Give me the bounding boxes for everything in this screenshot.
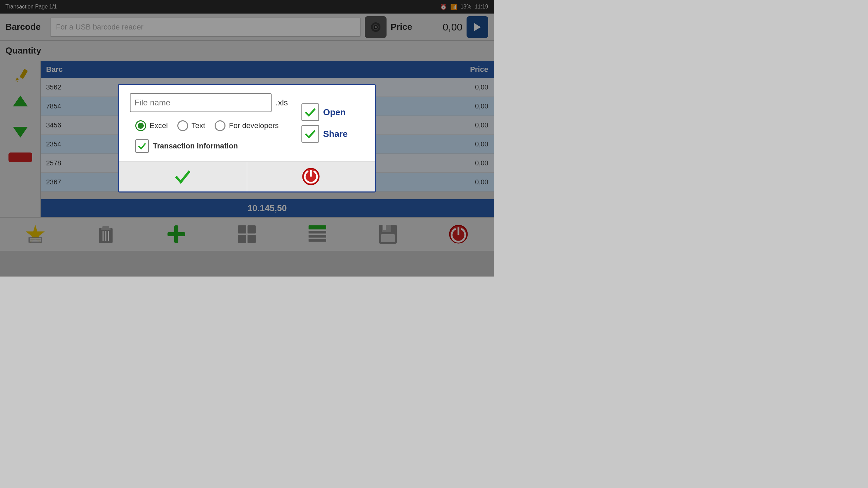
radio-dev-label: For developers [229, 121, 279, 130]
transaction-info-checkbox[interactable] [135, 139, 149, 153]
modal-cancel-button[interactable] [247, 162, 375, 191]
radio-excel-label: Excel [150, 121, 168, 130]
file-ext: .xls [276, 98, 296, 107]
radio-text-label: Text [192, 121, 205, 130]
radio-row: Excel Text For developers [130, 120, 296, 131]
radio-developers[interactable]: For developers [215, 120, 279, 131]
export-modal: .xls Excel Text [118, 84, 376, 192]
modal-inner: .xls Excel Text [130, 93, 364, 153]
modal-right: Open Share [296, 93, 364, 153]
checkmark-icon [137, 141, 147, 151]
confirm-checkmark-icon [173, 167, 192, 186]
modal-confirm-button[interactable] [119, 162, 247, 191]
modal-body: .xls Excel Text [119, 85, 375, 161]
radio-excel[interactable]: Excel [135, 120, 168, 131]
share-button[interactable]: Share [301, 125, 358, 143]
share-checkmark-icon [304, 128, 316, 140]
file-name-row: .xls [130, 93, 296, 112]
transaction-info-label: Transaction information [153, 142, 238, 150]
open-checkmark-icon [304, 106, 316, 118]
modal-footer [119, 161, 375, 191]
radio-text-circle [177, 120, 188, 131]
share-checkbox [301, 125, 319, 143]
modal-power-icon [301, 167, 320, 186]
open-label: Open [323, 107, 346, 118]
file-name-input[interactable] [130, 93, 272, 112]
radio-dot [138, 123, 144, 129]
radio-dev-circle [215, 120, 225, 131]
share-label: Share [323, 129, 348, 139]
open-button[interactable]: Open [301, 103, 358, 121]
modal-left: .xls Excel Text [130, 93, 296, 153]
open-checkbox [301, 103, 319, 121]
modal-overlay: .xls Excel Text [0, 0, 494, 277]
radio-text[interactable]: Text [177, 120, 205, 131]
transaction-info-row[interactable]: Transaction information [130, 139, 296, 153]
radio-excel-circle [135, 120, 146, 131]
